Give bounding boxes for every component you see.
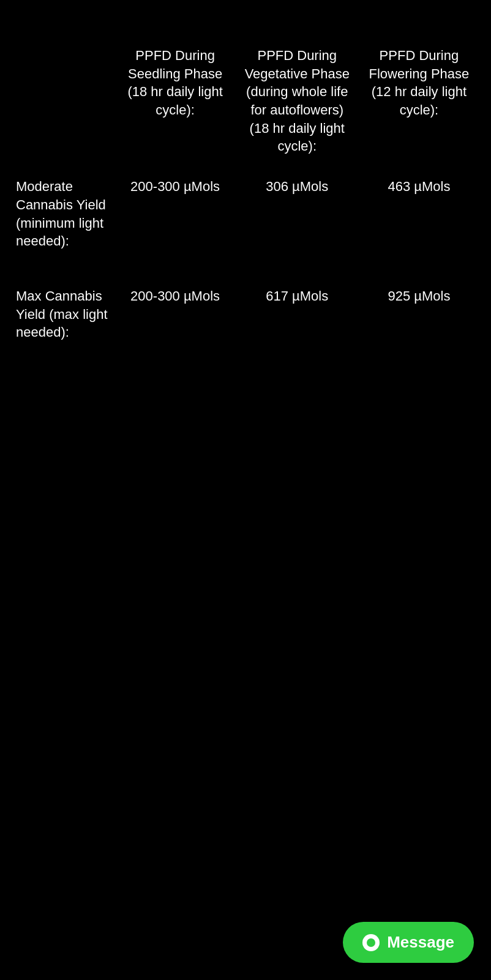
message-button[interactable]: Message [343,922,474,963]
row-vegetative-moderate: 306 µMols [236,165,358,263]
table-row: Moderate Cannabis Yield (minimum light n… [11,165,480,263]
table-row: Max Cannabis Yield (max light needed): 2… [11,275,480,354]
ppfd-table-container: PPFD During Seedling Phase (18 hr daily … [6,37,485,354]
message-bubble-icon [362,934,380,951]
spacer-row [11,263,480,275]
col-header-category [11,37,114,165]
ppfd-table: PPFD During Seedling Phase (18 hr daily … [11,37,480,354]
row-category-moderate: Moderate Cannabis Yield (minimum light n… [11,165,114,263]
row-seedling-moderate: 200-300 µMols [114,165,236,263]
col-header-seedling: PPFD During Seedling Phase (18 hr daily … [114,37,236,165]
row-flowering-max: 925 µMols [358,275,480,354]
row-category-max: Max Cannabis Yield (max light needed): [11,275,114,354]
row-seedling-max: 200-300 µMols [114,275,236,354]
message-button-label: Message [387,933,454,952]
col-header-flowering: PPFD During Flowering Phase (12 hr daily… [358,37,480,165]
row-flowering-moderate: 463 µMols [358,165,480,263]
row-vegetative-max: 617 µMols [236,275,358,354]
col-header-vegetative: PPFD During Vegetative Phase (during who… [236,37,358,165]
